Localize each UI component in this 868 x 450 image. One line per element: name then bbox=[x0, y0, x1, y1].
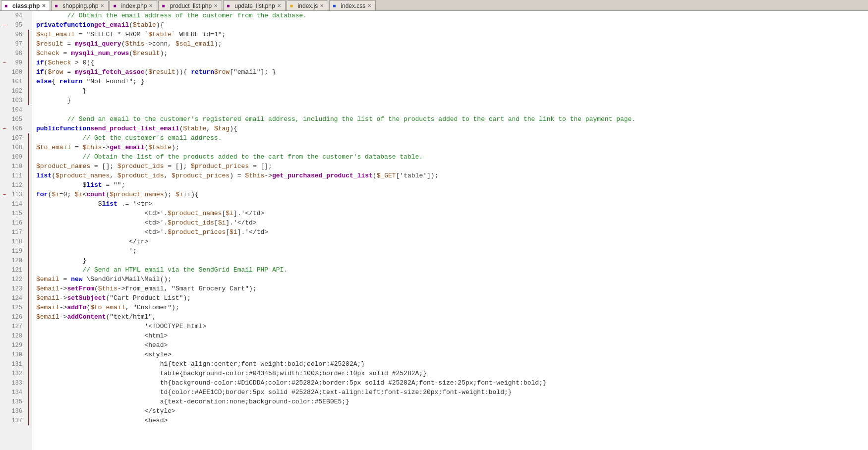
connector-133 bbox=[25, 378, 31, 388]
line-number-123: 123 bbox=[8, 285, 25, 292]
collapse-icon-137 bbox=[1, 417, 8, 424]
gutter-row-125: 125 bbox=[0, 303, 32, 312]
tab-label-shopping-php: shopping.php bbox=[62, 2, 98, 9]
line-number-99: 99 bbox=[8, 59, 25, 66]
tab-index-php[interactable]: ■index.php✕ bbox=[110, 0, 157, 10]
connector-124 bbox=[25, 293, 31, 303]
code-line-97: $result = mysqli_query($this->conn, $sql… bbox=[32, 39, 868, 49]
code-line-115: <td>'.$product_names[$i].'</td> bbox=[32, 209, 868, 218]
tab-icon-update-list-php: ■ bbox=[227, 3, 232, 9]
connector-110 bbox=[25, 162, 31, 171]
connector-136 bbox=[25, 406, 31, 416]
gutter-row-122: 122 bbox=[0, 275, 32, 284]
connector-137 bbox=[25, 416, 31, 425]
tab-close-index-js[interactable]: ✕ bbox=[320, 3, 324, 8]
collapse-icon-105 bbox=[1, 116, 8, 123]
collapse-icon-95[interactable]: − bbox=[1, 22, 8, 29]
code-lines: // Obtain the email address of the custo… bbox=[32, 11, 868, 425]
tab-icon-product-list-php: ■ bbox=[162, 3, 168, 9]
tab-class-php[interactable]: ■class.php✕ bbox=[1, 0, 50, 10]
line-number-95: 95 bbox=[8, 22, 25, 29]
connector-98 bbox=[25, 49, 31, 58]
tab-close-product-list-php[interactable]: ✕ bbox=[214, 3, 218, 8]
collapse-icon-104 bbox=[1, 107, 8, 113]
gutter-row-112: 112 bbox=[0, 180, 32, 190]
tab-shopping-php[interactable]: ■shopping.php✕ bbox=[51, 0, 109, 10]
gutter-row-124: 124 bbox=[0, 293, 32, 303]
gutter-row-136: 136 bbox=[0, 406, 32, 416]
collapse-icon-98 bbox=[1, 50, 8, 57]
code-line-122: $email = new \SendGrid\Mail\Mail(); bbox=[32, 275, 868, 284]
line-number-114: 114 bbox=[8, 201, 25, 208]
connector-130 bbox=[25, 350, 31, 359]
tab-icon-index-css: ■ bbox=[333, 3, 339, 9]
collapse-icon-100 bbox=[1, 69, 8, 76]
code-line-129: <head> bbox=[32, 340, 868, 350]
tab-index-css[interactable]: ■index.css✕ bbox=[329, 0, 376, 10]
gutter-row-132: 132 bbox=[0, 369, 32, 378]
tab-update-list-php[interactable]: ■update_list.php✕ bbox=[223, 0, 285, 10]
collapse-icon-130 bbox=[1, 351, 8, 358]
connector-109 bbox=[25, 152, 31, 162]
line-number-101: 101 bbox=[8, 78, 25, 85]
tab-icon-index-php: ■ bbox=[113, 3, 119, 9]
connector-131 bbox=[25, 359, 31, 369]
connector-111 bbox=[25, 171, 31, 180]
line-number-107: 107 bbox=[8, 135, 25, 142]
tab-close-index-php[interactable]: ✕ bbox=[149, 3, 153, 8]
connector-120 bbox=[25, 256, 31, 265]
gutter-row-117: 117 bbox=[0, 227, 32, 237]
collapse-icon-106[interactable]: − bbox=[1, 125, 8, 132]
code-line-113: for($i=0; $i<count($product_names); $i++… bbox=[32, 190, 868, 199]
collapse-icon-120 bbox=[1, 257, 8, 264]
tab-index-js[interactable]: ■index.js✕ bbox=[287, 0, 329, 10]
code-line-112: $list = ""; bbox=[32, 180, 868, 190]
code-line-120: } bbox=[32, 256, 868, 265]
connector-118 bbox=[25, 237, 31, 246]
line-number-133: 133 bbox=[8, 380, 25, 387]
gutter-row-118: 118 bbox=[0, 237, 32, 246]
code-line-99: if($check > 0){ bbox=[32, 58, 868, 67]
collapse-icon-99[interactable]: − bbox=[1, 59, 8, 66]
tab-close-update-list-php[interactable]: ✕ bbox=[277, 3, 281, 8]
line-number-119: 119 bbox=[8, 248, 25, 255]
collapse-icon-123 bbox=[1, 285, 8, 292]
code-line-118: </tr> bbox=[32, 237, 868, 246]
collapse-icon-132 bbox=[1, 370, 8, 377]
connector-112 bbox=[25, 180, 31, 190]
line-number-105: 105 bbox=[8, 116, 25, 123]
connector-125 bbox=[25, 303, 31, 312]
line-number-109: 109 bbox=[8, 154, 25, 161]
gutter-row-96: 96 bbox=[0, 30, 32, 39]
code-line-127: '<!DOCTYPE html> bbox=[32, 322, 868, 331]
collapse-icon-97 bbox=[1, 41, 8, 48]
tab-product-list-php[interactable]: ■product_list.php✕ bbox=[158, 0, 222, 10]
gutter-row-101: 101 bbox=[0, 77, 32, 86]
connector-126 bbox=[25, 312, 31, 322]
collapse-icon-126 bbox=[1, 314, 8, 321]
collapse-icon-96 bbox=[1, 31, 8, 38]
line-number-136: 136 bbox=[8, 408, 25, 415]
code-line-133: th{background-color:#D1CDDA;color:#25282… bbox=[32, 378, 868, 388]
code-line-131: h1{text-align:center;font-weight:bold;co… bbox=[32, 359, 868, 369]
line-number-120: 120 bbox=[8, 257, 25, 264]
line-number-111: 111 bbox=[8, 172, 25, 179]
connector-100 bbox=[25, 67, 31, 77]
tab-icon-index-js: ■ bbox=[290, 3, 296, 9]
gutter-row-120: 120 bbox=[0, 256, 32, 265]
tab-close-shopping-php[interactable]: ✕ bbox=[100, 3, 104, 8]
collapse-icon-128 bbox=[1, 333, 8, 339]
collapse-icon-113[interactable]: − bbox=[1, 191, 8, 198]
connector-115 bbox=[25, 209, 31, 218]
tab-label-index-css: index.css bbox=[341, 2, 365, 9]
code-area[interactable]: // Obtain the email address of the custo… bbox=[32, 11, 868, 450]
line-number-118: 118 bbox=[8, 238, 25, 245]
tab-close-index-css[interactable]: ✕ bbox=[367, 3, 371, 8]
tab-close-class-php[interactable]: ✕ bbox=[42, 3, 46, 8]
line-number-102: 102 bbox=[8, 88, 25, 95]
line-gutter: 94−95969798−99100101102103104105−1061071… bbox=[0, 11, 32, 450]
connector-134 bbox=[25, 388, 31, 397]
line-number-115: 115 bbox=[8, 210, 25, 217]
gutter-row-128: 128 bbox=[0, 331, 32, 340]
editor-window: ■class.php✕■shopping.php✕■index.php✕■pro… bbox=[0, 0, 868, 450]
